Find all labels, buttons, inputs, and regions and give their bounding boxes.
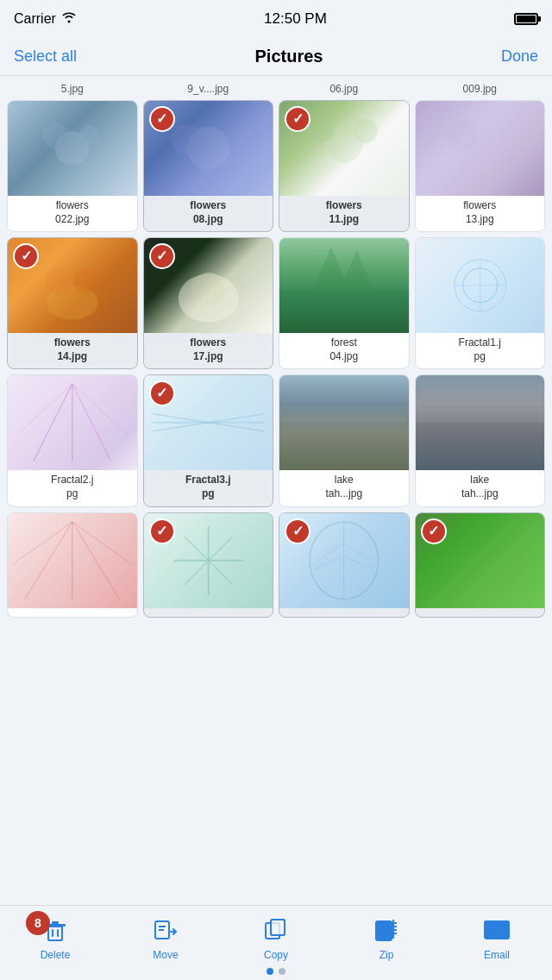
page-dot-2 <box>279 968 285 975</box>
zip-label: Zip <box>380 949 394 961</box>
delete-label: Delete <box>41 949 71 961</box>
list-item[interactable]: forest04.jpg <box>279 237 410 369</box>
email-icon <box>481 914 512 945</box>
svg-line-37 <box>12 522 72 565</box>
svg-point-14 <box>191 273 225 307</box>
list-item[interactable]: laketah...jpg <box>415 374 546 506</box>
list-item[interactable]: flowers14.jpg <box>7 237 138 369</box>
copy-label: Copy <box>264 949 288 961</box>
svg-line-48 <box>344 556 374 569</box>
svg-line-22 <box>34 384 72 462</box>
list-item[interactable] <box>143 512 274 618</box>
svg-rect-60 <box>271 920 285 935</box>
selection-badge <box>149 518 175 544</box>
svg-line-25 <box>72 384 129 436</box>
svg-point-6 <box>310 119 335 143</box>
list-item[interactable]: Fractal1.jpg <box>415 237 546 369</box>
filename-label: flowers08.jpg <box>186 196 229 231</box>
email-button[interactable]: Email <box>471 914 523 961</box>
filename-label <box>476 608 483 617</box>
filename-label: flowers13.jpg <box>460 196 499 231</box>
filename-label: flowers14.jpg <box>51 333 94 368</box>
page-dots <box>0 964 552 980</box>
file-grid: flowers022.jpg flowers08.jpg flow <box>7 97 545 618</box>
svg-line-24 <box>72 384 111 462</box>
page-title: Pictures <box>255 47 323 66</box>
selection-badge <box>285 518 310 544</box>
svg-rect-33 <box>416 375 544 423</box>
selection-badge <box>149 380 175 406</box>
toolbar: 8 Delete <box>0 905 552 980</box>
svg-rect-54 <box>57 929 59 937</box>
list-item[interactable]: flowers13.jpg <box>415 100 546 232</box>
thumbnail <box>416 375 545 470</box>
svg-line-38 <box>72 522 133 565</box>
list-item[interactable]: Fractal3.jpg <box>143 374 274 506</box>
svg-marker-17 <box>340 251 374 290</box>
thumbnail <box>416 238 545 333</box>
filename-label: flowers11.jpg <box>323 196 366 231</box>
top-filenames-row: 5.jpg 9_v....jpg 06.jpg 009.jpg <box>0 76 552 97</box>
svg-point-2 <box>79 125 100 146</box>
svg-point-1 <box>42 122 68 148</box>
move-icon <box>150 914 181 945</box>
svg-rect-62 <box>376 921 392 940</box>
list-item[interactable]: flowers17.jpg <box>143 237 274 369</box>
filename-label: laketah...jpg <box>322 470 366 506</box>
selection-count-badge: 8 <box>26 911 50 935</box>
svg-point-12 <box>73 269 97 293</box>
filename-label: Fractal2.jpg <box>47 470 97 506</box>
delete-button[interactable]: 8 Delete <box>29 914 81 961</box>
filename-label: Fractal3.jpg <box>182 470 235 506</box>
svg-rect-31 <box>279 375 408 423</box>
svg-rect-15 <box>279 290 408 333</box>
wifi-icon <box>61 11 77 27</box>
svg-point-7 <box>354 119 378 143</box>
grid-container: flowers022.jpg flowers08.jpg flow <box>0 97 552 925</box>
thumbnail <box>416 101 545 196</box>
status-bar: Carrier 12:50 PM <box>0 0 552 38</box>
selection-badge <box>421 518 447 544</box>
select-all-button[interactable]: Select all <box>14 47 77 66</box>
move-button[interactable]: Move <box>140 914 191 961</box>
zip-icon <box>371 914 402 945</box>
list-item[interactable]: Fractal2.jpg <box>7 374 138 506</box>
list-item[interactable] <box>415 512 546 618</box>
thumbnail <box>8 375 137 470</box>
svg-rect-53 <box>52 929 53 937</box>
toolbar-actions: 8 Delete <box>0 906 552 964</box>
list-item[interactable] <box>279 512 410 618</box>
list-item[interactable]: flowers11.jpg <box>279 100 410 232</box>
thumbnail <box>8 101 137 196</box>
selection-badge <box>149 106 175 132</box>
filename-label: Fractal1.jpg <box>455 333 505 368</box>
battery-icon <box>514 13 538 25</box>
email-label: Email <box>484 949 510 961</box>
list-item[interactable] <box>7 512 138 618</box>
filename-label: flowers022.jpg <box>52 196 92 231</box>
svg-point-11 <box>46 267 73 295</box>
svg-line-26 <box>16 384 72 436</box>
filename-label <box>341 608 348 617</box>
done-button[interactable]: Done <box>501 47 538 66</box>
zip-button[interactable]: Zip <box>361 914 412 961</box>
filename-label <box>204 608 211 617</box>
filename-label: flowers17.jpg <box>186 333 229 368</box>
thumbnail <box>8 513 137 608</box>
svg-line-46 <box>314 556 344 569</box>
top-filename-1: 5.jpg <box>7 79 138 97</box>
carrier-label: Carrier <box>14 11 56 27</box>
svg-line-36 <box>72 522 120 600</box>
move-label: Move <box>153 949 178 961</box>
filename-label <box>69 608 76 617</box>
list-item[interactable]: flowers08.jpg <box>143 100 274 232</box>
list-item[interactable]: flowers022.jpg <box>7 100 138 232</box>
list-item[interactable]: laketah...jpg <box>279 374 410 506</box>
top-filename-3: 06.jpg <box>279 79 410 97</box>
copy-button[interactable]: Copy <box>250 914 302 961</box>
filename-label: forest04.jpg <box>326 333 361 368</box>
svg-rect-50 <box>48 927 62 940</box>
copy-icon <box>260 914 292 945</box>
status-time: 12:50 PM <box>264 10 327 28</box>
thumbnail <box>279 375 409 470</box>
